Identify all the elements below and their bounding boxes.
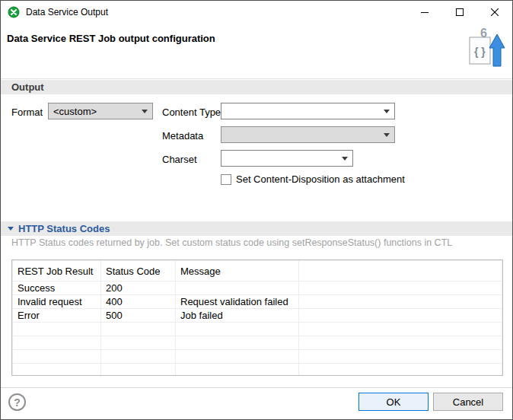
- http-status-section-header[interactable]: HTTP Status Codes: [1, 221, 512, 236]
- chevron-down-icon: [384, 110, 390, 113]
- cell-result[interactable]: Error: [13, 309, 101, 323]
- cell-message[interactable]: [176, 282, 299, 295]
- minimize-button[interactable]: [407, 1, 442, 23]
- cell-empty[interactable]: [299, 309, 502, 323]
- svg-text:{ }: { }: [474, 46, 486, 58]
- status-codes-table: REST Job Result Status Code Message Succ…: [11, 259, 503, 376]
- cancel-button[interactable]: Cancel: [433, 393, 503, 411]
- table-row-empty[interactable]: [13, 364, 502, 377]
- table-row[interactable]: Invalid request 400 Request validation f…: [13, 295, 502, 309]
- chevron-down-icon: [342, 157, 348, 161]
- title-bar: Data Service Output: [1, 1, 512, 24]
- ok-button[interactable]: OK: [358, 393, 429, 411]
- format-combobox[interactable]: <custom>: [48, 103, 153, 119]
- column-header-result[interactable]: REST Job Result: [13, 261, 101, 282]
- format-label: Format: [11, 107, 43, 118]
- table-row[interactable]: Success 200: [13, 282, 502, 295]
- table-header-row: REST Job Result Status Code Message: [13, 261, 502, 282]
- charset-label: Charset: [162, 154, 197, 165]
- metadata-combobox[interactable]: [221, 126, 395, 143]
- chevron-down-icon: [142, 110, 148, 113]
- column-header-message[interactable]: Message: [176, 261, 299, 282]
- cell-status-code[interactable]: 500: [101, 309, 176, 323]
- content-disposition-checkbox[interactable]: [221, 174, 231, 185]
- cell-empty[interactable]: [299, 295, 502, 309]
- cell-message[interactable]: Request validation failed: [176, 295, 299, 309]
- cell-empty[interactable]: [299, 282, 502, 295]
- page-title: Data Service REST Job output configurati…: [7, 33, 215, 44]
- table-row[interactable]: Error 500 Job failed: [13, 309, 502, 323]
- column-header-empty: [299, 261, 502, 282]
- close-button[interactable]: [477, 1, 512, 23]
- content-type-label: Content Type: [162, 107, 221, 118]
- cell-result[interactable]: Success: [13, 282, 101, 295]
- table-row-empty[interactable]: [13, 323, 502, 336]
- maximize-button[interactable]: [442, 1, 477, 23]
- table-row-empty[interactable]: [13, 350, 502, 364]
- app-icon: [8, 6, 20, 18]
- cell-status-code[interactable]: 400: [101, 295, 176, 309]
- dialog-header: Data Service REST Job output configurati…: [1, 24, 512, 79]
- http-status-section-title: HTTP Status Codes: [18, 223, 110, 234]
- data-service-icon: 6 { }: [460, 25, 508, 75]
- column-header-status-code[interactable]: Status Code: [101, 261, 176, 282]
- help-button[interactable]: ?: [8, 393, 26, 411]
- caption-buttons: [407, 1, 512, 23]
- cell-message[interactable]: Job failed: [176, 309, 299, 323]
- charset-combobox[interactable]: [221, 150, 353, 167]
- content-disposition-row: Set Content-Disposition as attachment: [221, 173, 405, 185]
- dialog-window: Data Service Output Data Service REST Jo…: [0, 0, 513, 420]
- output-section-title: Output: [11, 81, 44, 93]
- chevron-down-icon: [384, 133, 390, 137]
- output-section-header: Output: [1, 80, 512, 94]
- table-row-empty[interactable]: [13, 336, 502, 350]
- content-type-combobox[interactable]: [221, 103, 395, 119]
- maximize-icon: [456, 8, 464, 16]
- content-disposition-label: Set Content-Disposition as attachment: [236, 173, 405, 185]
- minimize-icon: [421, 8, 429, 16]
- cell-status-code[interactable]: 200: [101, 282, 176, 295]
- button-bar: ? OK Cancel: [1, 387, 512, 419]
- format-value: <custom>: [53, 106, 97, 117]
- window-title: Data Service Output: [26, 7, 108, 18]
- http-status-description: HTTP Status codes returned by job. Set c…: [11, 237, 499, 248]
- close-icon: [491, 8, 499, 16]
- cell-result[interactable]: Invalid request: [13, 295, 101, 309]
- metadata-label: Metadata: [162, 130, 203, 142]
- collapse-twistie-icon[interactable]: [8, 227, 14, 231]
